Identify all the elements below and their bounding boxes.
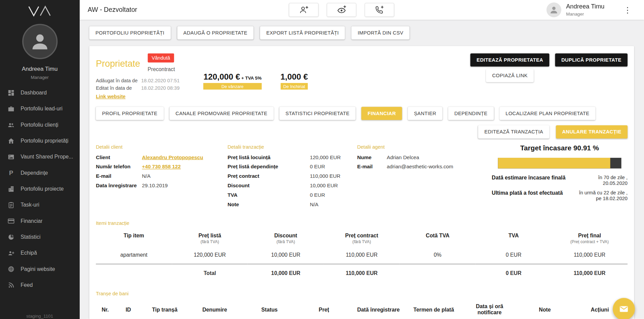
tab-canale-promovare[interactable]: CANALE PROMOVARE PROPRIETATE (169, 107, 273, 120)
estimate-date-label: Dată estimare încasare finală (492, 175, 565, 186)
topbar-user-menu[interactable]: Andreea Timu Manager (546, 2, 605, 17)
topbar-user-role: Manager (566, 12, 604, 17)
sidebar-nav: Dashboard Portofoliu lead-uri Portofoliu… (0, 85, 79, 293)
sidebar-item-dashboard[interactable]: Dashboard (0, 85, 79, 101)
target-progress-bar (498, 158, 621, 169)
sidebar-item-shared-properties[interactable]: Vaunt Shared Prope... (0, 149, 79, 165)
globe-icon (7, 265, 15, 273)
portfolio-properties-button[interactable]: PORTOFOLIU PROPRIETĂȚI (89, 26, 171, 40)
sidebar-item-clients[interactable]: Portofoliu clienți (0, 117, 79, 133)
tab-statistici-proprietate[interactable]: STATISTICI PROPRIETATE (279, 107, 355, 120)
export-properties-button[interactable]: EXPORT LISTĂ PROPRIETĂȚI (260, 26, 345, 40)
import-csv-button[interactable]: IMPORTĂ DIN CSV (352, 26, 410, 40)
agent-email-value: adrian@aesthetic-works.com (387, 164, 453, 170)
transaction-items-table: Tip item Preț listă(fără TVA) Discount(f… (96, 229, 628, 282)
copy-link-button[interactable]: COPIAZĂ LINK (486, 69, 534, 82)
tab-profil-proprietate[interactable]: PROFIL PROPRIETATE (96, 107, 164, 120)
page-title: AW - Dezvoltator (87, 6, 137, 14)
user-avatar[interactable] (22, 24, 57, 59)
tab-financiar[interactable]: FINANCIAR (362, 107, 402, 120)
add-viewing-button[interactable] (327, 3, 356, 17)
transaction-details: Detalii tranzacție Preț listă locuință12… (228, 144, 357, 211)
table-header-row: Tip item Preț listă(fără TVA) Discount(f… (96, 229, 628, 246)
section-title: Detalii client (96, 144, 228, 150)
rent-price: 1,000 € (280, 72, 308, 82)
table-total-row: Total 10,000 EUR 110,000 EUR 0 EUR 110,0… (96, 264, 628, 282)
status-badge: Vândută (148, 54, 174, 63)
section-title: Detalii tranzacție (228, 144, 357, 150)
stage-label: Precontract (148, 66, 175, 72)
sale-price-block: 120,000 €+ TVA 5% De vânzare (203, 72, 261, 90)
edit-property-button[interactable]: EDITEAZĂ PROPRIETATEA (470, 54, 549, 67)
client-name-link[interactable]: Alexandru Protopopescu (142, 154, 203, 160)
person-add-icon (299, 5, 309, 15)
sidebar-item-feed[interactable]: Feed (0, 277, 79, 293)
sidebar-item-team[interactable]: Echipă (0, 245, 79, 261)
tab-localizare-plan[interactable]: LOCALIZARE PLAN PROPRIETATE (499, 107, 596, 120)
dashboard-icon (7, 89, 15, 97)
installments-table-title: Tranșe de bani (96, 291, 628, 297)
build-version: staging_1101 (26, 314, 53, 319)
edit-transaction-button[interactable]: EDITEAZĂ TRANZACȚIA (478, 125, 549, 139)
eye-add-icon (337, 5, 347, 15)
property-actions: EDITEAZĂ PROPRIETATEA DUPLICĂ PROPRIETAT… (470, 54, 627, 82)
property-card: Proprietate Vândută Precontract Adăugat … (89, 46, 634, 319)
parking-icon: P (7, 169, 15, 176)
duplicate-property-button[interactable]: DUPLICĂ PROPRIETATE (555, 54, 627, 67)
sidebar-item-label: Echipă (21, 250, 37, 256)
sidebar-item-label: Portofoliu lead-uri (21, 106, 63, 112)
kebab-menu-icon[interactable]: ⋮ (623, 6, 631, 14)
agent-details: Detalii agent NumeAdrian Delcea E-mailad… (357, 144, 492, 211)
table-row: apartament 120,000 EUR 10,000 EUR 110,00… (96, 246, 628, 264)
sidebar-item-projects[interactable]: Portofoliu proiecte (0, 181, 79, 197)
sidebar-item-label: Task-uri (21, 202, 39, 208)
last-payment-value: în urmă cu 22 de zile , pe 18.02.2020 (574, 190, 628, 201)
sidebar-item-label: Dependințe (21, 170, 48, 176)
website-link[interactable]: Link website (96, 94, 125, 100)
property-header: Proprietate Vândută Precontract Adăugat … (96, 52, 628, 99)
sidebar-item-tasks[interactable]: Task-uri (0, 197, 79, 213)
sidebar-item-leads[interactable]: Portofoliu lead-uri (0, 101, 79, 116)
target-title: Target încasare 90.91 % (492, 144, 627, 152)
items-table-title: Itemi tranzacție (96, 220, 628, 226)
person-icon (549, 5, 559, 15)
sidebar-item-statistics[interactable]: Statistici (0, 229, 79, 245)
sale-badge: De vânzare (203, 83, 261, 89)
client-registered-value: 29.10.2019 (142, 183, 168, 189)
sidebar-item-properties[interactable]: Portofoliu proprietăți (0, 133, 79, 149)
chat-fab-button[interactable] (613, 298, 635, 319)
clipboard-icon (7, 201, 15, 209)
edited-date-label: Editat în data de (96, 85, 141, 91)
property-prices: 120,000 €+ TVA 5% De vânzare 1,000 € De … (203, 72, 308, 90)
table-header-row: Nr. ID Tip tranșă Denumire Status Preț D… (96, 299, 628, 319)
rent-badge: De închiriat (280, 83, 308, 89)
client-email-value: N/A (142, 173, 151, 179)
section-title: Detalii agent (357, 144, 492, 150)
edited-date-value: 18.02.2020 08:39 (141, 85, 179, 91)
add-client-button[interactable] (289, 3, 318, 17)
sidebar-item-website-pages[interactable]: Pagini website (0, 261, 79, 277)
avatar (546, 2, 561, 17)
sale-vat-note: + TVA 5% (241, 76, 262, 81)
client-phone-link[interactable]: +40 730 858 122 (142, 164, 181, 170)
sidebar-item-label: Vaunt Shared Prope... (21, 154, 73, 160)
added-date-value: 18.02.2020 07:51 (141, 78, 179, 83)
sidebar-item-annexes[interactable]: P Dependințe (0, 165, 79, 181)
tab-santier[interactable]: ȘANTIER (408, 107, 443, 120)
sidebar-item-label: Portofoliu clienți (21, 122, 58, 128)
sidebar-item-financial[interactable]: Financiar (0, 213, 79, 229)
people-icon (7, 121, 15, 128)
pie-chart-icon (7, 233, 15, 241)
cancel-transaction-button[interactable]: ANULARE TRANZACȚIE (556, 125, 627, 139)
sidebar-user-role: Manager (31, 75, 49, 80)
add-call-button[interactable] (365, 3, 394, 17)
transaction-details-section: Detalii client ClientAlexandru Protopope… (96, 144, 628, 211)
tab-dependinte[interactable]: DEPENDINȚE (448, 107, 494, 120)
sidebar-item-label: Portofoliu proiecte (21, 186, 64, 192)
sidebar-item-label: Statistici (21, 234, 41, 240)
transaction-actions: EDITEAZĂ TRANZACȚIA ANULARE TRANZACȚIE (96, 125, 628, 139)
content-area: PORTOFOLIU PROPRIETĂȚI ADAUGĂ O PROPRIET… (79, 20, 644, 319)
property-title: Proprietate (96, 58, 140, 69)
add-property-button[interactable]: ADAUGĂ O PROPRIETATE (177, 26, 253, 40)
properties-toolbar: PORTOFOLIU PROPRIETĂȚI ADAUGĂ O PROPRIET… (89, 26, 634, 40)
